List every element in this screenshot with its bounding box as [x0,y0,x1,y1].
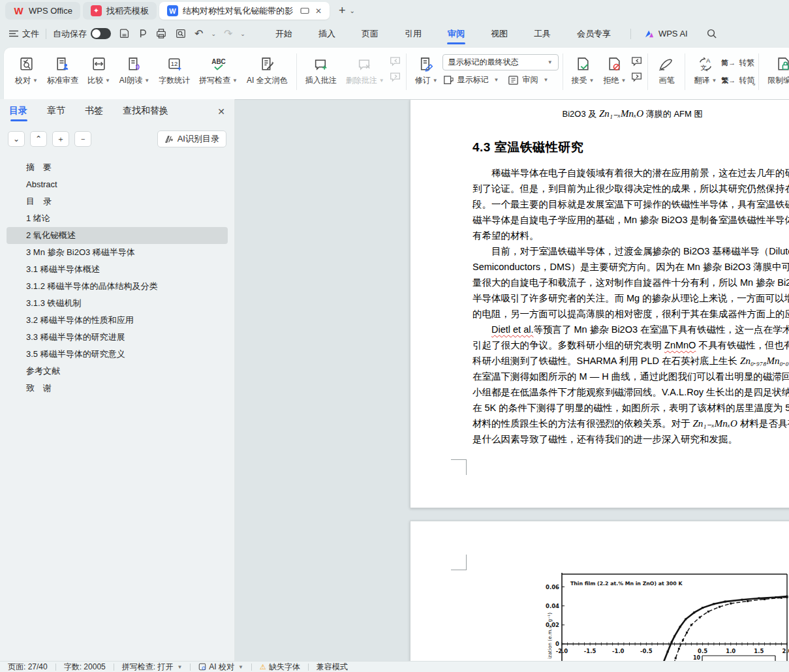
accept-revision-button[interactable]: 接受▼ [567,52,599,88]
doc-line: 的电阻，另一方面可以提高薄膜的相对密度，很利于其在集成器件方面上的应用 [472,306,789,322]
close-sidebar-icon[interactable]: ✕ [217,106,225,117]
reject-revision-button[interactable]: 拒绝▼ [598,52,630,88]
standard-review-button[interactable]: 标准审查 [42,52,83,88]
toc-item[interactable]: 3.5 稀磁半导体的研究意义 [0,346,234,363]
previous-comment-icon [389,56,402,67]
accept-revision-icon [575,54,591,72]
doc-line: Semiconductors，DMS）是主要研究方向。因为在 Mn 掺杂 Bi2… [472,259,789,275]
insert-comment-button[interactable]: 插入批注 [301,52,341,88]
menu-tab[interactable]: 视图 [478,22,521,46]
spellcheck-status[interactable]: 拼写检查: 打开▼ [122,662,183,672]
page-indicator[interactable]: 页面: 27/40 [8,662,48,672]
export-pdf-icon[interactable] [138,28,147,39]
toc-item[interactable]: 参考文献 [0,363,234,380]
compare-icon [91,54,107,72]
reject-revision-icon [606,54,623,72]
toc-item[interactable]: 3.1.2 稀磁半导体的晶体结构及分类 [0,278,234,295]
tab-docer-template[interactable]: ✦ 找稻壳模板 [83,2,157,20]
restrict-editing-button[interactable]: 限制编辑 [763,52,789,88]
toc-expand-all-button[interactable]: ＋ [52,131,69,147]
sidebar-tab-find-replace[interactable]: 查找和替换 [123,99,168,124]
tab-document[interactable]: W 结构对称性对氧化铋能带的影 ✕ [159,2,330,20]
sidebar-tab-sections[interactable]: 章节 [47,99,65,124]
document-canvas[interactable]: Bi2O3 及 Zn₁₋ₓMnₓO 薄膜的 AFM 图 4.3 室温铁磁性研究 … [235,99,789,661]
print-icon[interactable] [155,28,167,39]
menu-tab[interactable]: 审阅 [435,22,478,46]
previous-revision-icon[interactable] [630,56,643,67]
menu-bar: 文件 自动保存 ↶ ⌄ ↷ ⌄ 开始插入页面引用审阅视图工具会员专享 WPS A… [0,22,789,46]
ink-brush-icon [657,54,676,72]
doc-line: Dietl et al.等预言了 Mn 掺杂 Bi2O3 在室温下具有铁磁性，这… [472,322,789,337]
new-tab-button[interactable]: + [339,4,346,18]
toc-item[interactable]: Abstract [0,176,234,193]
spell-check-button[interactable]: ABC 拼写检查▼ [194,52,242,88]
track-changes-button[interactable]: 修订▼ [410,52,442,88]
undo-chevron-icon[interactable]: ⌄ [211,31,216,37]
toc-item[interactable]: 3.3 稀磁半导体的研究进展 [0,329,234,346]
toc-expand-down-button[interactable]: ⌄ [8,131,25,147]
show-markup-button[interactable]: 显示标记▼ [442,74,499,85]
menu-tab[interactable]: 插入 [305,22,348,46]
dialog-launcher-icon[interactable]: ↘ [750,80,756,87]
toc-item[interactable]: 3.1 稀磁半导体概述 [0,261,234,278]
ai-toc-icon [164,135,174,144]
toc-item[interactable]: 摘 要 [0,159,234,176]
proofread-button[interactable]: 校对▼ [10,52,42,88]
review-pane-button[interactable]: 审阅▼ [508,74,548,85]
word-count-button[interactable]: 12 字数统计 [154,52,194,88]
compat-mode-indicator[interactable]: 兼容模式 [317,662,348,672]
navigation-sidebar: 目录 章节 书签 查找和替换 ✕ ⌄ ⌃ ＋ － AI识别目录 摘 要Abstr… [0,99,235,661]
next-revision-icon[interactable] [630,72,643,82]
close-tab-icon[interactable]: ✕ [315,7,322,16]
sidebar-tab-bookmarks[interactable]: 书签 [85,99,103,124]
word-count-indicator[interactable]: 字数: 20005 [64,662,106,672]
toc-item[interactable]: 3 Mn 掺杂 Bi2O3 稀磁半导体 [0,244,234,261]
toc-item[interactable]: 1 绪论 [0,210,234,227]
ai-recognize-toc-button[interactable]: AI识别目录 [157,130,226,147]
body-text: 稀磁半导体在电子自旋领域有着很大的潜在应用前景，这在过去几年的研究到了论证。但是… [472,165,789,447]
missing-font-warning[interactable]: ⚠ 缺失字体 [260,662,300,672]
ai-proof-status[interactable]: AI 校对▼ [198,662,243,672]
menu-tab[interactable]: 工具 [521,22,564,46]
svg-text:0.5: 0.5 [698,648,707,654]
chevron-down-icon: ▼ [548,59,553,65]
toc-collapse-all-button[interactable]: － [74,131,91,147]
document-page-27[interactable]: Bi2O3 及 Zn₁₋ₓMnₓO 薄膜的 AFM 图 4.3 室温铁磁性研究 … [410,99,789,508]
menu-tab[interactable]: 开始 [262,22,305,46]
svg-text:Thin film (2.2 at.% Mn in ZnO): Thin film (2.2 at.% Mn in ZnO) at 300 K [570,581,683,587]
toc-item[interactable]: 目 录 [0,193,234,210]
sidebar-tab-toc[interactable]: 目录 [9,99,27,124]
toc-item[interactable]: 3.2 稀磁半导体的性质和应用 [0,312,234,329]
chevron-down-icon: ▼ [177,664,182,670]
save-icon[interactable] [119,28,130,39]
toc-item[interactable]: 2 氧化铋概述 [7,227,228,244]
search-icon[interactable] [706,28,717,39]
tab-list-chevron-icon[interactable]: ⌄ [350,7,355,14]
tab-wps-office[interactable]: W WPS Office [5,2,80,20]
svg-text:10: 10 [693,655,701,661]
markup-state-select[interactable]: 显示标记的最终状态 ▼ [442,54,559,70]
translate-button[interactable]: 文A 翻译▼ [689,52,721,88]
ink-brush-button[interactable]: 画笔 [652,52,681,88]
menu-tab[interactable]: 会员专享 [564,22,624,46]
print-preview-icon[interactable] [175,28,187,39]
menu-tab[interactable]: 引用 [392,22,435,46]
toc-item[interactable]: 致 谢 [0,380,234,397]
ai-polish-button[interactable]: AI 全文润色 [242,52,292,88]
redo-chevron-icon[interactable]: ⌄ [240,31,245,37]
undo-icon[interactable]: ↶ [194,27,203,40]
wps-ai-button[interactable]: WPS AI [644,29,688,38]
document-page-28[interactable]: 00.020.040.06-2.0-1.5-1.0-0.50.51.01.52.… [410,521,789,661]
to-traditional-button[interactable]: 简→ 转繁 [721,57,754,69]
toc-collapse-up-button[interactable]: ⌃ [30,131,47,147]
compare-button[interactable]: 比较▼ [83,52,115,88]
file-menu-button[interactable]: 文件 [9,28,39,40]
ribbon-separator [647,53,648,90]
svg-text:ABC: ABC [211,58,226,65]
toc-item[interactable]: 3.1.3 铁磁机制 [0,295,234,312]
autosave-toggle[interactable] [91,28,111,39]
ai-read-aloud-button[interactable]: AI朗读▼ [115,52,154,88]
present-screen-icon[interactable] [300,7,309,15]
to-simplified-button[interactable]: 繁→ 转简 [721,75,754,86]
menu-tab[interactable]: 页面 [348,22,392,46]
